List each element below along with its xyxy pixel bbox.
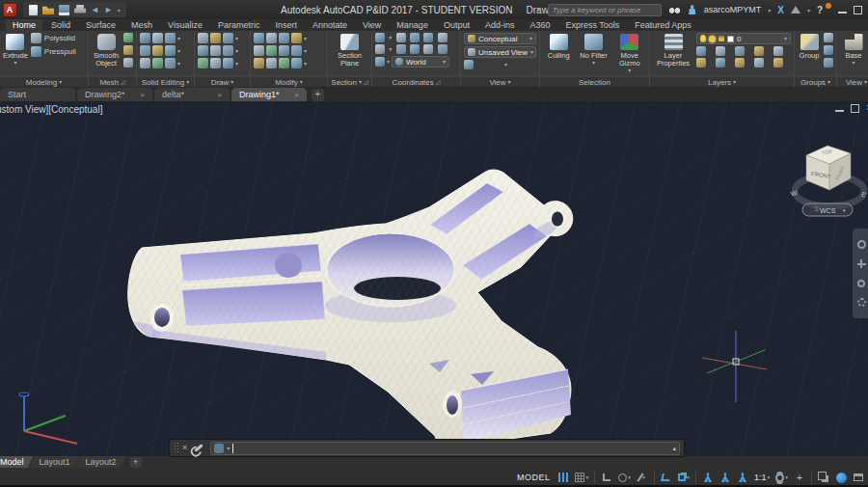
chevron-down-icon[interactable]: ▾ <box>304 61 307 67</box>
application-menu-button[interactable]: A <box>0 0 19 19</box>
offset-icon[interactable] <box>279 58 289 68</box>
layer-current-icon[interactable] <box>754 58 764 68</box>
ribbon-tab-solid[interactable]: Solid <box>44 19 77 31</box>
communication-center-icon[interactable] <box>791 6 800 14</box>
ungroup-icon[interactable] <box>824 33 833 42</box>
visual-style-dropdown[interactable]: Conceptual ▾ <box>464 33 536 44</box>
panel-label-solid-editing[interactable]: Solid Editing ▾ <box>137 76 194 87</box>
fillet-edge-icon[interactable] <box>152 45 163 56</box>
signed-in-username[interactable]: asarcoMPYMT <box>704 5 762 14</box>
ribbon-tab-view[interactable]: View <box>356 19 388 31</box>
ucs-named-icon[interactable] <box>438 44 448 54</box>
ucs-x-icon[interactable] <box>423 44 433 54</box>
chevron-down-icon[interactable]: ▾ <box>177 36 180 41</box>
ucs-previous-icon[interactable] <box>410 33 420 42</box>
search-chevron-icon[interactable]: ▸ <box>537 6 541 14</box>
layer-isolate-icon[interactable] <box>716 46 725 56</box>
autodesk-exchange-icon[interactable]: X <box>777 5 784 15</box>
chevron-down-icon[interactable]: ▾ <box>389 46 393 52</box>
navigation-wheel-icon[interactable] <box>857 240 866 249</box>
chevron-down-icon[interactable]: ▾ <box>504 62 536 68</box>
ribbon-tab-visualize[interactable]: Visualize <box>161 19 209 31</box>
viewport-configuration-icon[interactable] <box>464 60 474 69</box>
layer-off-icon[interactable] <box>696 46 706 56</box>
union-icon[interactable] <box>140 33 150 43</box>
ucs-settings-icon[interactable] <box>375 57 385 67</box>
window-restore-button[interactable] <box>854 6 862 14</box>
subtract-icon[interactable] <box>152 33 163 43</box>
status-annotation-visibility[interactable] <box>700 470 716 485</box>
drawing-canvas[interactable]: ustom View][Conceptual] × <box>0 101 868 487</box>
window-minimize-button[interactable] <box>838 6 847 14</box>
ribbon-tab-insert[interactable]: Insert <box>268 19 304 31</box>
layer-unisolate-icon[interactable] <box>696 58 706 68</box>
layer-previous-icon[interactable] <box>773 58 783 68</box>
command-bar-close-icon[interactable]: × <box>182 444 187 452</box>
ucs-z-axis-icon[interactable] <box>396 44 406 54</box>
group-edit-icon[interactable] <box>824 45 833 55</box>
polysolid-button[interactable]: Polysolid <box>31 33 76 43</box>
trim-icon[interactable] <box>279 33 289 43</box>
panel-label-modeling[interactable]: Modeling ▾ <box>0 76 88 87</box>
navigation-bar[interactable] <box>853 229 868 318</box>
mesh-refine-icon[interactable] <box>123 33 133 42</box>
status-isolate-objects[interactable] <box>816 470 831 485</box>
model-space-label[interactable]: MODEL <box>517 473 551 482</box>
panel-label-groups[interactable]: Groups ▾ <box>795 76 836 87</box>
wcs-menu-button[interactable]: WCS ▾ <box>802 203 853 216</box>
close-tab-icon[interactable]: × <box>217 91 222 99</box>
erase-icon[interactable] <box>254 58 264 68</box>
layer-thaw-all-icon[interactable] <box>716 58 725 68</box>
panel-label-modify[interactable]: Modify ▾ <box>251 76 327 87</box>
layout-tab-layout2[interactable]: Layout2 <box>76 456 126 468</box>
chevron-down-icon[interactable]: ▾ <box>389 35 393 41</box>
chevron-down-icon[interactable]: ▾ <box>227 446 230 451</box>
taper-faces-icon[interactable] <box>165 45 176 56</box>
status-annotation-autoscale[interactable] <box>718 470 733 485</box>
ribbon-tab-express-tools[interactable]: Express Tools <box>558 19 626 31</box>
status-snap-mode[interactable]: ▾ <box>573 470 590 485</box>
chevron-down-icon[interactable]: ▾ <box>177 48 180 54</box>
close-tab-icon[interactable]: × <box>294 91 299 99</box>
status-workspace-switching[interactable]: ▾ <box>773 470 790 485</box>
status-annotation-scale-value[interactable]: 1:1▾ <box>752 470 772 485</box>
ribbon-tab-manage[interactable]: Manage <box>390 19 435 31</box>
3d-part-model[interactable] <box>0 101 868 487</box>
search-input[interactable] <box>548 4 662 16</box>
smooth-object-button[interactable]: Smooth Object <box>92 33 121 68</box>
status-isometric-drafting[interactable]: ▾ <box>635 470 650 485</box>
status-grid-display[interactable] <box>556 470 571 485</box>
communication-caret-icon[interactable]: ▾ <box>807 7 810 14</box>
close-tab-icon[interactable]: × <box>140 91 145 99</box>
viewcube-cube[interactable]: FRONT TOP RIGHT <box>806 146 851 190</box>
file-tab-drawing2[interactable]: Drawing2*× <box>77 88 152 101</box>
ucs-world-icon[interactable] <box>396 33 406 42</box>
ribbon-tab-surface[interactable]: Surface <box>79 19 122 31</box>
layer-properties-button[interactable]: Layer Properties <box>653 33 693 68</box>
save-icon[interactable] <box>59 5 69 15</box>
panel-label-view[interactable]: View ▾ <box>461 76 539 87</box>
chevron-down-icon[interactable]: ▾ <box>304 48 307 54</box>
new-layout-button[interactable]: + <box>130 457 142 468</box>
ellipse-icon[interactable] <box>223 58 233 68</box>
status-ortho-mode[interactable] <box>599 470 614 485</box>
move-gizmo-button[interactable]: Move Gizmo ▾ <box>613 33 646 73</box>
construction-line-icon[interactable] <box>210 45 221 56</box>
ribbon-tab-home[interactable]: Home <box>6 19 42 31</box>
part-body[interactable] <box>128 170 573 446</box>
recent-commands-icon[interactable] <box>214 444 224 453</box>
qat-customize-caret-icon[interactable]: ▾ <box>118 7 121 14</box>
copy-icon[interactable] <box>291 33 302 43</box>
ribbon-tab-a360[interactable]: A360 <box>523 19 556 31</box>
base-button[interactable]: Base ▾ <box>840 33 867 66</box>
rectangle-icon[interactable] <box>210 58 221 68</box>
file-tab-delta[interactable]: delta*× <box>154 88 230 101</box>
command-history-toggle-icon[interactable]: ▴ <box>672 445 676 452</box>
rotate-icon[interactable] <box>266 33 277 43</box>
imprint-icon[interactable] <box>152 58 163 68</box>
arc-icon[interactable] <box>223 33 233 43</box>
open-icon[interactable] <box>42 5 54 14</box>
command-line-bar[interactable]: × ▾ ▴ <box>169 439 685 457</box>
help-button[interactable]: ? <box>817 5 823 15</box>
zoom-icon[interactable] <box>857 280 865 287</box>
